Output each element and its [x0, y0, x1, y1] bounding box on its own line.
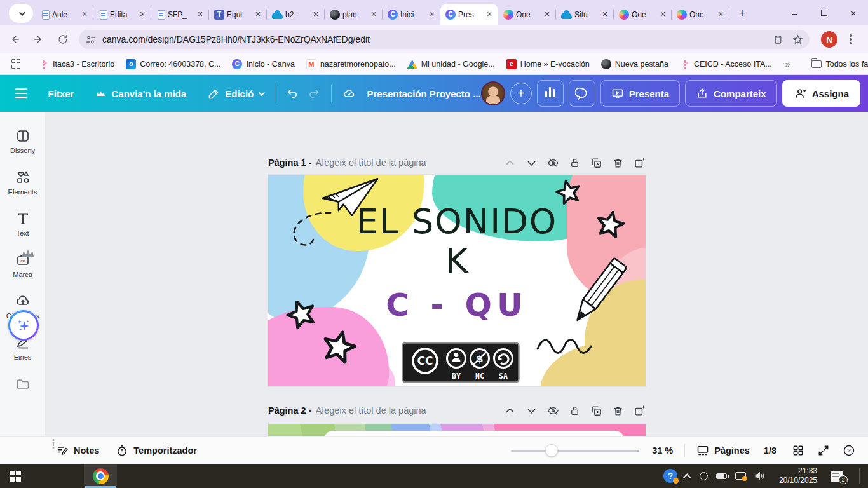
- tab-close-icon[interactable]: ×: [369, 10, 379, 20]
- get-help-tray-icon[interactable]: ?: [663, 469, 677, 483]
- back-button[interactable]: [5, 30, 24, 49]
- assign-button[interactable]: Assigna: [782, 80, 860, 107]
- comments-button[interactable]: [569, 80, 595, 107]
- grid-view-button[interactable]: [792, 444, 804, 457]
- zoom-slider-track[interactable]: [511, 450, 638, 452]
- duplicate-page-button[interactable]: [590, 157, 602, 169]
- tab-close-icon[interactable]: ×: [137, 10, 147, 20]
- share-button[interactable]: Comparteix: [685, 80, 777, 107]
- add-collaborator-button[interactable]: +: [510, 83, 532, 104]
- browser-tab[interactable]: One×: [672, 4, 729, 25]
- tab-close-icon[interactable]: ×: [253, 10, 263, 20]
- zoom-slider[interactable]: [511, 444, 638, 457]
- browser-tab[interactable]: b2 -×: [267, 4, 325, 25]
- bookmark-item[interactable]: Correo: 46003378, C...: [126, 59, 220, 69]
- site-settings-icon[interactable]: [85, 34, 96, 45]
- fullscreen-button[interactable]: [817, 444, 830, 457]
- browser-tab[interactable]: Equi×: [209, 4, 267, 25]
- start-button[interactable]: [10, 471, 20, 482]
- move-page-up-button[interactable]: [504, 405, 516, 417]
- bookmark-item[interactable]: Itaca3 - Escritorio: [39, 59, 114, 69]
- sidebar-item-marca[interactable]: co Marca: [3, 247, 43, 283]
- zoom-percentage[interactable]: 31 %: [652, 445, 673, 456]
- present-button[interactable]: Presenta: [600, 80, 680, 107]
- new-tab-button[interactable]: +: [733, 4, 751, 22]
- undo-button[interactable]: [287, 86, 299, 101]
- reload-button[interactable]: [53, 30, 72, 49]
- browser-profile-avatar[interactable]: N: [821, 31, 837, 48]
- resize-menu[interactable]: Canvia'n la mida: [95, 88, 186, 99]
- tab-close-icon[interactable]: ×: [658, 10, 668, 20]
- timer-button[interactable]: Temporitzador: [116, 444, 197, 457]
- hide-page-button[interactable]: [547, 157, 559, 169]
- tab-close-icon[interactable]: ×: [195, 10, 205, 20]
- bookmark-item[interactable]: Nueva pestaña: [601, 59, 668, 69]
- forward-button[interactable]: [29, 30, 48, 49]
- delete-page-button[interactable]: [612, 405, 624, 417]
- address-bar[interactable]: canva.com/design/DAG15Pz8Hh0/NTJ3kk6-ENo…: [79, 30, 810, 49]
- delete-page-button[interactable]: [612, 157, 624, 169]
- slide-title-line1[interactable]: EL SONIDO: [268, 201, 646, 241]
- notes-button[interactable]: Notes: [56, 444, 99, 457]
- tab-close-icon[interactable]: ×: [542, 10, 552, 20]
- tab-close-icon[interactable]: ×: [600, 10, 610, 20]
- tab-close-icon[interactable]: ×: [426, 10, 437, 20]
- bookmark-item[interactable]: nazaretmorenopato...: [306, 59, 396, 69]
- cloud-saved-icon[interactable]: [343, 86, 355, 101]
- screen-share-icon[interactable]: [735, 472, 746, 480]
- add-page-button[interactable]: [634, 405, 646, 417]
- browser-tab[interactable]: Inici×: [383, 4, 440, 25]
- browser-tab[interactable]: One×: [498, 4, 556, 25]
- help-button[interactable]: ?: [843, 444, 855, 457]
- bookmark-item[interactable]: Inicio - Canva: [232, 59, 294, 69]
- browser-tab[interactable]: One×: [614, 4, 672, 25]
- zoom-slider-thumb[interactable]: [545, 444, 558, 457]
- sidebar-item-projectes[interactable]: [3, 371, 43, 396]
- taskbar-clock[interactable]: 21:33 20/10/2025: [779, 466, 817, 485]
- duplicate-page-button[interactable]: [590, 405, 602, 417]
- save-to-device-icon[interactable]: [773, 34, 783, 45]
- move-page-down-button[interactable]: [526, 157, 538, 169]
- battery-icon[interactable]: [716, 473, 727, 479]
- file-menu[interactable]: Fitxer: [48, 88, 74, 99]
- action-center-button[interactable]: 2: [831, 471, 843, 482]
- browser-tab[interactable]: SFP_×: [151, 4, 209, 25]
- browser-tab[interactable]: Situ×: [556, 4, 614, 25]
- browser-tab[interactable]: Aule×: [36, 4, 93, 25]
- sidebar-item-disseny[interactable]: Disseny: [3, 123, 43, 159]
- tab-close-icon[interactable]: ×: [79, 10, 90, 20]
- browser-tab[interactable]: Edita×: [93, 4, 151, 25]
- all-favorites-button[interactable]: Todos los favoritos: [811, 60, 868, 69]
- redo-button[interactable]: [308, 86, 320, 101]
- hide-page-button[interactable]: [547, 405, 559, 417]
- tray-expand-chevron[interactable]: [683, 473, 691, 482]
- insights-button[interactable]: [537, 80, 564, 107]
- slide-title-line2[interactable]: K: [268, 241, 646, 281]
- tab-close-icon[interactable]: ×: [715, 10, 726, 20]
- pages-button[interactable]: Pàgines: [696, 444, 750, 457]
- window-close-button[interactable]: ×: [839, 0, 868, 25]
- lock-page-button[interactable]: [569, 157, 581, 169]
- sidebar-resize-handle[interactable]: ••••: [52, 438, 55, 449]
- tab-close-icon[interactable]: ×: [311, 10, 321, 20]
- bookmark-item[interactable]: Mi unidad - Google...: [407, 59, 495, 69]
- sidebar-item-text[interactable]: Text: [3, 206, 43, 242]
- tab-search-button[interactable]: [9, 4, 33, 23]
- tab-close-icon[interactable]: ×: [484, 10, 494, 20]
- taskbar-chrome-button[interactable]: [84, 464, 117, 488]
- bookmarks-overflow-button[interactable]: »: [785, 59, 790, 69]
- add-page-button[interactable]: [634, 157, 646, 169]
- browser-menu-button[interactable]: [843, 31, 859, 48]
- bookmark-item[interactable]: CEICD - Acceso ITA...: [680, 59, 772, 69]
- browser-tab[interactable]: plan×: [325, 4, 383, 25]
- window-maximize-button[interactable]: [810, 0, 839, 25]
- slide-subtitle[interactable]: C - QU: [268, 287, 646, 323]
- tray-status-icon[interactable]: [700, 472, 708, 480]
- url-text[interactable]: canva.com/design/DAG15Pz8Hh0/NTJ3kk6-ENo…: [102, 34, 773, 44]
- slide-1[interactable]: EL SONIDO K C - QU CC $ BY NC SA: [268, 175, 646, 386]
- apps-grid-icon[interactable]: [11, 59, 20, 69]
- bookmark-item[interactable]: Home » E-vocación: [506, 59, 590, 69]
- browser-tab-active[interactable]: Pres×: [440, 4, 498, 25]
- sidebar-item-elements[interactable]: Elements: [3, 165, 43, 201]
- hamburger-menu-button[interactable]: [15, 88, 27, 98]
